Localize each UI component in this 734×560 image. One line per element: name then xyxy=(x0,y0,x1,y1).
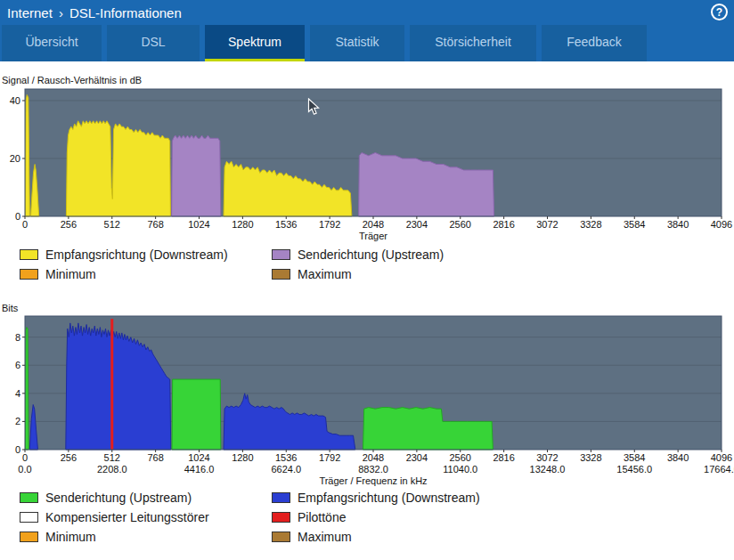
x-tick-label: 0 xyxy=(22,452,28,463)
freq-tick-label: 0.0 xyxy=(18,464,31,475)
legend-color-swatch xyxy=(20,492,38,503)
y-tick-label: 2 xyxy=(15,416,20,426)
tab-statistik[interactable]: Statistik xyxy=(310,25,404,61)
x-axis-label: Träger xyxy=(359,231,387,241)
bits-chart-legend: Senderichtung (Upstream)Empfangsrichtung… xyxy=(20,491,480,543)
tab-stoersicherheit[interactable]: Störsicherheit xyxy=(410,25,536,61)
series-area-1 xyxy=(172,135,221,216)
legend-item: Minimum xyxy=(20,267,272,280)
x-tick-label: 4096 xyxy=(711,452,732,463)
legend-item: Senderichtung (Upstream) xyxy=(272,248,444,261)
x-tick-label: 3072 xyxy=(536,219,558,230)
bits-spectrum-chart: 0246802565127681024128015361792204823042… xyxy=(0,314,734,492)
bits-chart-title: Bits xyxy=(2,303,18,313)
y-tick-label: 40 xyxy=(10,95,20,106)
snr-chart-legend: Empfangsrichtung (Downstream)Senderichtu… xyxy=(20,248,444,280)
legend-item: Kompensierter Leitungsstörer xyxy=(20,510,272,523)
freq-tick-label: 2208.0 xyxy=(97,464,127,475)
question-mark-icon: ? xyxy=(716,6,722,19)
x-tick-label: 512 xyxy=(104,219,120,230)
x-tick-label: 256 xyxy=(61,219,77,230)
snr-spectrum-chart: 0204002565127681024128015361792204823042… xyxy=(0,87,734,244)
legend-label: Minimum xyxy=(45,530,96,544)
x-tick-label: 2560 xyxy=(450,219,471,230)
legend-color-swatch xyxy=(20,532,38,542)
legend-color-swatch xyxy=(272,249,290,260)
legend-color-swatch xyxy=(272,269,290,280)
series-area-1 xyxy=(172,379,221,450)
legend-label: Kompensierter Leitungsstörer xyxy=(45,510,209,524)
header-bar: Internet›DSL-Informationen ? xyxy=(0,0,734,25)
freq-tick-label: 17664.0 xyxy=(704,464,734,475)
y-tick-label: 4 xyxy=(15,388,20,399)
legend-item: Minimum xyxy=(20,530,272,543)
legend-color-swatch xyxy=(272,532,290,542)
x-tick-label: 2048 xyxy=(363,219,384,230)
legend-item: Maximum xyxy=(272,530,480,543)
legend-color-swatch xyxy=(20,249,38,260)
tab-dsl[interactable]: DSL xyxy=(107,25,200,61)
x-tick-label: 0 xyxy=(22,219,28,230)
legend-color-swatch xyxy=(272,512,290,523)
x-tick-label: 1024 xyxy=(188,452,209,463)
breadcrumb-current-page: DSL-Informationen xyxy=(69,5,182,20)
x-tick-label: 1280 xyxy=(232,452,253,463)
legend-label: Senderichtung (Upstream) xyxy=(45,491,192,505)
x-tick-label: 2560 xyxy=(450,452,471,463)
x-tick-label: 256 xyxy=(61,452,77,463)
pilot-tone-line xyxy=(110,319,113,450)
legend-label: Empfangsrichtung (Downstream) xyxy=(45,248,228,262)
x-tick-label: 3840 xyxy=(667,219,689,230)
fritzbox-dsl-spektrum-page: Internet›DSL-Informationen ? ÜbersichtDS… xyxy=(0,0,734,560)
tab-uebersicht[interactable]: Übersicht xyxy=(2,25,102,61)
snr-chart-title: Signal / Rausch-Verhältnis in dB xyxy=(2,75,142,85)
x-tick-label: 1024 xyxy=(188,219,209,230)
y-tick-label: 0 xyxy=(15,211,20,222)
x-tick-label: 4096 xyxy=(711,219,732,230)
legend-item: Senderichtung (Upstream) xyxy=(20,491,272,504)
x-tick-label: 2816 xyxy=(493,219,514,230)
legend-label: Maximum xyxy=(298,530,352,544)
x-tick-label: 2816 xyxy=(493,452,514,463)
legend-label: Senderichtung (Upstream) xyxy=(298,248,444,262)
breadcrumb: Internet›DSL-Informationen xyxy=(7,5,182,20)
x-tick-label: 1792 xyxy=(319,219,340,230)
x-tick-label: 1280 xyxy=(232,219,253,230)
breadcrumb-internet[interactable]: Internet xyxy=(7,5,53,20)
freq-tick-label: 13248.0 xyxy=(530,464,566,475)
freq-tick-label: 15456.0 xyxy=(616,464,652,475)
tab-bar: ÜbersichtDSLSpektrumStatistikStörsicherh… xyxy=(0,25,734,61)
x-tick-label: 512 xyxy=(104,452,120,463)
series-area-1 xyxy=(25,328,29,450)
legend-item: Pilottöne xyxy=(272,510,480,523)
legend-label: Empfangsrichtung (Downstream) xyxy=(298,491,480,505)
y-tick-label: 6 xyxy=(15,360,20,370)
tab-spektrum[interactable]: Spektrum xyxy=(205,25,305,61)
legend-label: Minimum xyxy=(45,267,96,281)
legend-item: Empfangsrichtung (Downstream) xyxy=(272,491,480,504)
tab-feedback[interactable]: Feedback xyxy=(542,25,647,61)
series-area-0 xyxy=(66,121,170,216)
x-tick-label: 1792 xyxy=(319,452,340,463)
legend-color-swatch xyxy=(272,492,290,503)
y-tick-label: 8 xyxy=(15,332,20,343)
legend-item: Empfangsrichtung (Downstream) xyxy=(20,248,272,261)
x-tick-label: 2304 xyxy=(406,219,428,230)
x-tick-label: 3072 xyxy=(536,452,558,463)
legend-color-swatch xyxy=(20,269,38,280)
freq-tick-label: 4416.0 xyxy=(184,464,215,475)
x-tick-label: 3584 xyxy=(624,452,645,463)
freq-tick-label: 6624.0 xyxy=(271,464,301,475)
x-tick-label: 2304 xyxy=(406,452,428,463)
x-tick-label: 3584 xyxy=(624,219,645,230)
x-axis-label: Träger / Frequenz in kHz xyxy=(319,475,427,486)
x-tick-label: 1536 xyxy=(275,452,297,463)
y-tick-label: 0 xyxy=(15,444,20,455)
legend-item: Maximum xyxy=(272,267,444,280)
legend-label: Maximum xyxy=(298,267,352,281)
y-tick-label: 20 xyxy=(10,153,20,164)
help-button[interactable]: ? xyxy=(711,4,728,20)
legend-color-swatch xyxy=(20,512,38,523)
x-tick-label: 2048 xyxy=(363,452,384,463)
x-tick-label: 768 xyxy=(147,452,163,463)
